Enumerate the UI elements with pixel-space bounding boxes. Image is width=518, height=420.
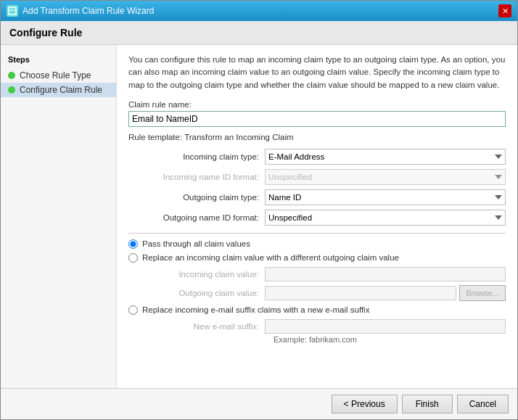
radio-replace-value-label[interactable]: Replace an incoming claim value with a d… [142, 253, 399, 262]
svg-rect-0 [9, 7, 16, 15]
page-title: Configure Rule [9, 27, 509, 38]
footer: < Previous Finish Cancel [1, 388, 517, 419]
incoming-name-id-format-label: Incoming name ID format: [128, 173, 259, 181]
rule-template-text: Rule template: Transform an Incoming Cla… [128, 133, 506, 141]
incoming-name-id-format-select[interactable]: Unspecified [265, 169, 506, 185]
new-email-suffix-form: New e-mail suffix: Example: fabrikam.com [143, 319, 506, 344]
radio-pass-through[interactable] [128, 239, 138, 249]
outgoing-claim-value-label: Outgoing claim value: [143, 289, 259, 297]
replace-value-grid: Incoming claim value: Outgoing claim val… [143, 267, 506, 301]
content-area: Steps Choose Rule Type Configure Claim R… [1, 45, 517, 388]
browse-button[interactable]: Browse... [459, 285, 506, 301]
new-email-suffix-input[interactable] [265, 319, 506, 334]
incoming-claim-type-select[interactable]: E-Mail Address [265, 149, 506, 165]
radio-replace-suffix-label[interactable]: Replace incoming e-mail suffix claims wi… [142, 305, 369, 314]
sidebar-item-configure-claim-rule[interactable]: Configure Claim Rule [1, 83, 116, 97]
claim-rule-name-label: Claim rule name: [128, 100, 506, 109]
finish-button[interactable]: Finish [402, 395, 453, 413]
sidebar: Steps Choose Rule Type Configure Claim R… [1, 45, 117, 388]
cancel-button[interactable]: Cancel [457, 395, 509, 413]
outgoing-claim-value-row: Browse... [265, 285, 506, 301]
title-bar: Add Transform Claim Rule Wizard ✕ [1, 1, 517, 21]
claims-form-grid: Incoming claim type: E-Mail Address Inco… [128, 149, 506, 226]
status-dot-configure [8, 86, 15, 94]
page-title-bar: Configure Rule [1, 21, 517, 45]
new-email-suffix-grid: New e-mail suffix: [143, 319, 506, 334]
claim-rule-name-row: Claim rule name: [128, 100, 506, 127]
description-text: You can configure this rule to map an in… [128, 54, 506, 91]
sidebar-item-label-choose: Choose Rule Type [20, 70, 91, 81]
outgoing-claim-value-input[interactable] [265, 286, 456, 300]
radio-replace-suffix-row: Replace incoming e-mail suffix claims wi… [128, 305, 506, 315]
outgoing-claim-type-select[interactable]: Name ID [265, 189, 506, 205]
window-title: Add Transform Claim Rule Wizard [22, 6, 154, 16]
outgoing-claim-type-label: Outgoing claim type: [128, 193, 259, 202]
radio-replace-value[interactable] [128, 253, 138, 263]
new-email-suffix-label: New e-mail suffix: [143, 322, 259, 331]
radio-replace-value-row: Replace an incoming claim value with a d… [128, 253, 506, 263]
replace-value-form: Incoming claim value: Outgoing claim val… [143, 267, 506, 301]
previous-button[interactable]: < Previous [332, 395, 398, 413]
title-bar-left: Add Transform Claim Rule Wizard [7, 5, 154, 17]
main-window: Add Transform Claim Rule Wizard ✕ Config… [0, 0, 518, 420]
example-text: Example: fabrikam.com [274, 335, 506, 344]
main-content: You can configure this rule to map an in… [117, 45, 517, 388]
close-button[interactable]: ✕ [498, 4, 511, 17]
incoming-claim-value-label: Incoming claim value: [143, 270, 259, 279]
sidebar-section-title: Steps [1, 52, 116, 68]
status-dot-choose [8, 72, 15, 79]
incoming-claim-type-label: Incoming claim type: [128, 152, 259, 161]
radio-replace-suffix[interactable] [128, 305, 138, 315]
incoming-claim-value-input[interactable] [265, 267, 506, 281]
separator-1 [128, 233, 506, 234]
radio-pass-through-row: Pass through all claim values [128, 239, 506, 249]
app-icon [7, 5, 18, 17]
radio-pass-through-label[interactable]: Pass through all claim values [142, 239, 250, 248]
outgoing-name-id-format-label: Outgoing name ID format: [128, 213, 259, 222]
claim-rule-name-input[interactable] [128, 111, 506, 127]
sidebar-item-label-configure: Configure Claim Rule [20, 85, 102, 95]
sidebar-item-choose-rule-type[interactable]: Choose Rule Type [1, 68, 116, 83]
outgoing-name-id-format-select[interactable]: Unspecified [265, 210, 506, 226]
